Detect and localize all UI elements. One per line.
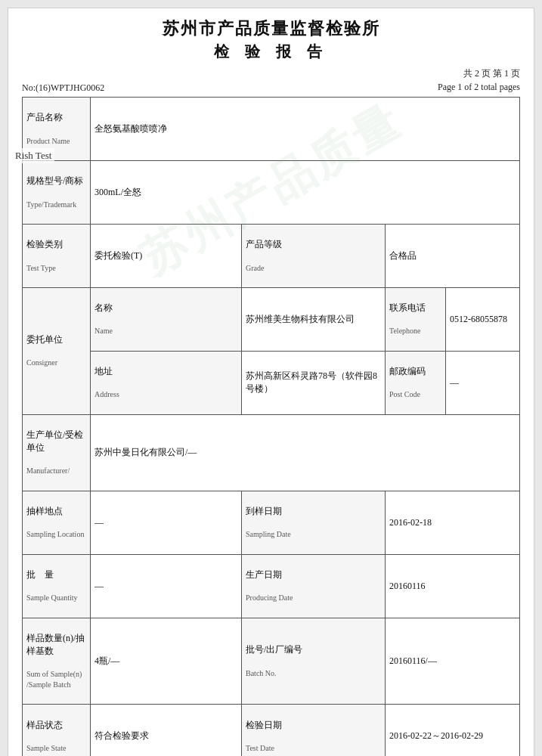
test-date-label-en: Test Date (246, 743, 381, 754)
sample-state-label-zh: 样品状态 (26, 719, 86, 732)
test-date-label-zh: 检验日期 (246, 719, 381, 732)
document-page: 苏州产品质量 Rish Test 苏州市产品质量监督检验所 检 验 报 告 No… (8, 8, 534, 756)
producing-date-value: 20160116 (386, 554, 520, 618)
rish-test-label: Rish Test (12, 148, 54, 163)
sampling-date-value: 2016-02-18 (386, 491, 520, 554)
type-trademark-label-zh: 规格型号/商标 (26, 175, 86, 187)
manufacturer-label-en: Manufacturer/ (26, 466, 86, 476)
sample-qty-label-zh: 批 量 (26, 569, 86, 581)
sampling-loc-label-zh: 抽样地点 (26, 505, 86, 518)
sample-state-value: 符合检验要求 (91, 705, 242, 756)
sample-state-label-en: Sample State (26, 743, 86, 754)
consigner-label-zh: 委托单位 (26, 333, 86, 346)
sample-state-row: 样品状态 Sample State 符合检验要求 检验日期 Test Date … (23, 705, 520, 756)
product-name-value: 全怒氨基酸喷喷净 (91, 98, 520, 161)
test-type-value: 委托检验(T) (91, 224, 242, 287)
grade-label-en: Grade (246, 263, 381, 274)
org-name: 苏州市产品质量监督检验所 (22, 17, 520, 40)
consigner-name-label-en: Name (94, 326, 237, 336)
producing-date-label-zh: 生产日期 (246, 569, 381, 581)
producing-date-label-en: Producing Date (246, 593, 381, 603)
test-type-label-zh: 检验类别 (26, 238, 86, 251)
test-type-label-en: Test Type (26, 263, 86, 274)
type-trademark-value: 300mL/全怒 (91, 160, 520, 224)
product-name-label-en: Product Name (26, 136, 86, 147)
postcode-label-en: Post Code (389, 389, 441, 400)
test-type-row: 检验类别 Test Type 委托检验(T) 产品等级 Grade 合格品 (23, 224, 520, 287)
sample-qty-label-en: Sample Quantity (26, 593, 86, 603)
sample-qty-value: — (91, 554, 242, 618)
consigner-label-en: Consigner (26, 358, 86, 368)
sampling-loc-value: — (91, 491, 242, 554)
type-trademark-label-en: Type/Trademark (26, 200, 86, 210)
batch-no-value: 20160116/— (386, 618, 520, 705)
sampling-date-label-zh: 到样日期 (246, 505, 381, 518)
manufacturer-value: 苏州中曼日化有限公司/— (91, 414, 520, 491)
test-date-value: 2016-02-22～2016-02-29 (386, 705, 520, 756)
addr-label-zh: 地址 (94, 365, 237, 378)
postcode-value: — (446, 351, 520, 414)
grade-label-zh: 产品等级 (246, 238, 381, 251)
manufacturer-label-zh: 生产单位/受检单位 (26, 429, 86, 454)
type-trademark-row: 规格型号/商标 Type/Trademark 300mL/全怒 (23, 160, 520, 224)
header-meta: No:(16)WPTJHG0062 共 2 页 第 1 页 Page 1 of … (22, 67, 520, 94)
page-info-en: Page 1 of 2 total pages (438, 80, 520, 94)
batch-no-label-en: Batch No. (246, 668, 381, 679)
tel-label-en: Telephone (389, 326, 441, 336)
consigner-name-label-zh: 名称 (94, 302, 237, 314)
manufacturer-row: 生产单位/受检单位 Manufacturer/ 苏州中曼日化有限公司/— (23, 414, 520, 491)
product-name-row: 产品名称 Product Name 全怒氨基酸喷喷净 (23, 98, 520, 161)
sample-sum-row: 样品数量(n)/抽样基数 Sum of Sample(n)/Sample Bat… (23, 618, 520, 705)
main-table: 产品名称 Product Name 全怒氨基酸喷喷净 规格型号/商标 Type/… (22, 97, 520, 756)
consigner-name-value: 苏州维美生物科技有限公司 (242, 287, 386, 351)
sampling-row: 抽样地点 Sampling Location — 到样日期 Sampling D… (23, 491, 520, 554)
sampling-date-label-en: Sampling Date (246, 529, 381, 540)
consigner-addr-row: 地址 Address 苏州高新区科灵路78号（软件园8号楼） 邮政编码 Post… (23, 351, 520, 414)
consigner-name-row: 委托单位 Consigner 名称 Name 苏州维美生物科技有限公司 联系电话… (23, 287, 520, 351)
page-info-zh: 共 2 页 第 1 页 (438, 67, 520, 80)
tel-label-zh: 联系电话 (389, 302, 441, 314)
sample-sum-label-zh: 样品数量(n)/抽样基数 (26, 632, 86, 658)
doc-no: No:(16)WPTJHG0062 (22, 82, 104, 94)
grade-value: 合格品 (386, 224, 520, 287)
sampling-loc-label-en: Sampling Location (26, 529, 86, 540)
product-name-label-zh: 产品名称 (26, 111, 86, 124)
batch-qty-row: 批 量 Sample Quantity — 生产日期 Producing Dat… (23, 554, 520, 618)
report-title: 检 验 报 告 (22, 42, 520, 62)
sample-sum-label-en: Sum of Sample(n)/Sample Batch (26, 669, 86, 690)
postcode-label-zh: 邮政编码 (389, 365, 441, 378)
addr-value: 苏州高新区科灵路78号（软件园8号楼） (242, 351, 386, 414)
addr-label-en: Address (94, 389, 237, 400)
tel-value: 0512-68055878 (446, 287, 520, 351)
sample-sum-value: 4瓶/— (91, 618, 242, 705)
batch-no-label-zh: 批号/出厂编号 (246, 643, 381, 656)
